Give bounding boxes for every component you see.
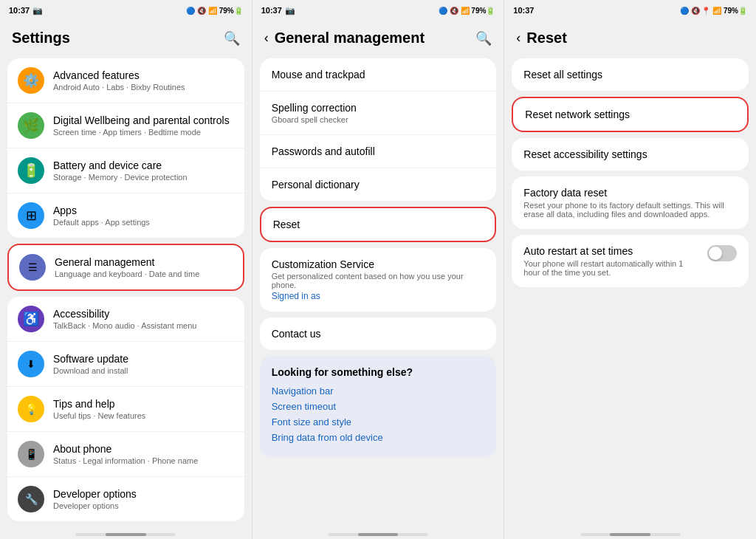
settings-card-bottom: ♿ Accessibility TalkBack · Mono audio · …: [7, 297, 244, 521]
auto-restart-title: Auto restart at set times: [523, 245, 700, 257]
settings-item-developer[interactable]: 🔧 Developer options Developer options: [7, 477, 244, 521]
reset-nav-title: Reset: [273, 219, 484, 230]
reset-header-title: Reset: [526, 30, 566, 47]
reset-back-icon[interactable]: ‹: [516, 30, 520, 46]
bt-icon-1: 🔵: [186, 7, 195, 15]
settings-item-about[interactable]: 📱 About phone Status · Legal information…: [7, 432, 244, 477]
reset-item-all[interactable]: Reset all settings: [512, 58, 749, 91]
dictionary-title: Personal dictionary: [272, 179, 485, 190]
status-panel-2: 10:37 📷 🔵 🔇 📶 79%🔋: [252, 0, 505, 21]
status-panel-3: 10:37 🔵 🔇 📍 📶 79%🔋: [504, 0, 756, 21]
gm-back-icon[interactable]: ‹: [264, 30, 269, 46]
advanced-subtitle: Android Auto · Labs · Bixby Routines: [53, 83, 234, 92]
settings-item-advanced[interactable]: ⚙️ Advanced features Android Auto · Labs…: [7, 58, 244, 103]
signal-icons-3: 🔇 📍 📶 79%🔋: [691, 7, 747, 15]
settings-item-software[interactable]: ⬇ Software update Download and install: [7, 342, 244, 387]
wellbeing-subtitle: Screen time · App timers · Bedtime mode: [53, 128, 234, 137]
settings-panel: Settings 🔍 ⚙️ Advanced features Android …: [0, 21, 252, 539]
status-bar: 10:37 📷 🔵 🔇 📶 79%🔋 10:37 📷 🔵 🔇 📶 79%🔋 10…: [0, 0, 756, 21]
reset-network-title: Reset network settings: [525, 109, 735, 120]
reset-scroll: Reset all settings Reset network setting…: [504, 55, 756, 530]
gm-item-contact[interactable]: Contact us: [260, 317, 497, 350]
software-subtitle: Download and install: [53, 366, 234, 375]
battery-title: Battery and device care: [53, 159, 234, 171]
font-size-link[interactable]: Font size and style: [272, 416, 485, 428]
accessibility-icon: ♿: [18, 306, 44, 332]
software-title: Software update: [53, 353, 234, 365]
reset-item-network[interactable]: Reset network settings: [513, 98, 747, 131]
settings-item-apps[interactable]: ⊞ Apps Default apps · App settings: [7, 193, 244, 238]
status-icons-1: 🔵 🔇 📶 79%🔋: [186, 7, 243, 15]
time-1: 10:37: [9, 6, 30, 15]
about-icon: 📱: [18, 441, 44, 467]
settings-item-gm[interactable]: ☰ General management Language and keyboa…: [9, 245, 243, 289]
about-subtitle: Status · Legal information · Phone name: [53, 456, 234, 465]
gm-item-mouse[interactable]: Mouse and trackpad: [260, 58, 497, 92]
signal-icons-1: 🔇 📶 79%🔋: [197, 7, 243, 15]
reset-scroll-indicator: [580, 533, 681, 536]
wellbeing-title: Digital Wellbeing and parental controls: [53, 114, 234, 126]
toggle-knob: [709, 247, 722, 260]
reset-item-factory[interactable]: Factory data reset Reset your phone to i…: [512, 176, 749, 229]
reset-accessibility-title: Reset accessibility settings: [523, 148, 737, 160]
gm-card-top: Mouse and trackpad Spelling correction G…: [260, 58, 497, 201]
passwords-title: Passwords and autofill: [272, 145, 485, 157]
contact-title: Contact us: [272, 328, 485, 340]
reset-card-accessibility: Reset accessibility settings: [512, 138, 749, 171]
reset-factory-title: Factory data reset: [523, 187, 737, 199]
settings-card-main: ⚙️ Advanced features Android Auto · Labs…: [7, 58, 244, 238]
gm-search-icon[interactable]: 🔍: [475, 30, 492, 47]
settings-title: Settings: [12, 30, 70, 47]
bring-data-link[interactable]: Bring data from old device: [272, 432, 485, 443]
spelling-subtitle: Gboard spell checker: [272, 115, 485, 124]
customization-link: Signed in as: [272, 291, 485, 301]
reset-header: ‹ Reset: [504, 21, 756, 55]
settings-scroll: ⚙️ Advanced features Android Auto · Labs…: [0, 55, 252, 530]
settings-scroll-indicator: [75, 533, 176, 536]
camera-icon-1: 📷: [32, 6, 43, 16]
gm-item-reset[interactable]: Reset: [261, 208, 495, 241]
screen-timeout-link[interactable]: Screen timeout: [272, 401, 485, 412]
nav-bar-link[interactable]: Navigation bar: [272, 385, 485, 396]
advanced-title: Advanced features: [53, 69, 234, 81]
status-panel-1: 10:37 📷 🔵 🔇 📶 79%🔋: [0, 0, 252, 21]
gm-item-customization[interactable]: Customization Service Get personalized c…: [260, 248, 497, 312]
gm-subtitle: Language and keyboard · Date and time: [55, 270, 233, 278]
looking-title: Looking for something else?: [272, 366, 485, 378]
general-management-panel: ‹ General management 🔍 Mouse and trackpa…: [252, 21, 505, 539]
reset-factory-subtitle: Reset your phone to its factory default …: [523, 201, 737, 219]
advanced-icon: ⚙️: [18, 67, 44, 94]
settings-search-icon[interactable]: 🔍: [224, 30, 240, 47]
auto-restart-subtitle: Your phone will restart automatically wi…: [523, 259, 700, 277]
gm-item-dictionary[interactable]: Personal dictionary: [260, 168, 497, 201]
developer-title: Developer options: [53, 488, 234, 500]
reset-card-auto: Auto restart at set times Your phone wil…: [512, 235, 749, 287]
reset-card-network: Reset network settings: [512, 97, 749, 132]
accessibility-subtitle: TalkBack · Mono audio · Assistant menu: [53, 321, 234, 330]
gm-item-passwords[interactable]: Passwords and autofill: [260, 135, 497, 168]
settings-card-gm: ☰ General management Language and keyboa…: [7, 244, 244, 291]
customization-title: Customization Service: [272, 258, 485, 270]
status-icons-3: 🔵 🔇 📍 📶 79%🔋: [680, 7, 747, 15]
reset-item-accessibility[interactable]: Reset accessibility settings: [512, 138, 749, 171]
gm-scroll: Mouse and trackpad Spelling correction G…: [252, 55, 504, 530]
bt-icon-3: 🔵: [680, 7, 689, 15]
gm-item-spelling[interactable]: Spelling correction Gboard spell checker: [260, 92, 497, 135]
settings-item-wellbeing[interactable]: 🌿 Digital Wellbeing and parental control…: [7, 103, 244, 148]
gm-header: ‹ General management 🔍: [252, 21, 504, 55]
spelling-title: Spelling correction: [272, 102, 485, 114]
settings-item-accessibility[interactable]: ♿ Accessibility TalkBack · Mono audio · …: [7, 297, 244, 342]
battery-subtitle: Storage · Memory · Device protection: [53, 173, 234, 182]
status-icons-2: 🔵 🔇 📶 79%🔋: [439, 7, 495, 15]
settings-item-tips[interactable]: 💡 Tips and help Useful tips · New featur…: [7, 387, 244, 432]
apps-icon: ⊞: [18, 202, 44, 229]
camera-icon-2: 📷: [285, 6, 295, 16]
battery-icon: 🔋: [18, 157, 44, 184]
gm-card-customization: Customization Service Get personalized c…: [260, 248, 497, 312]
gm-card-reset: Reset: [260, 207, 497, 242]
reset-item-auto-restart[interactable]: Auto restart at set times Your phone wil…: [512, 235, 749, 287]
settings-item-battery[interactable]: 🔋 Battery and device care Storage · Memo…: [7, 148, 244, 193]
about-title: About phone: [53, 443, 234, 455]
auto-restart-toggle[interactable]: [707, 245, 737, 261]
gm-header-title: General management: [275, 30, 425, 47]
